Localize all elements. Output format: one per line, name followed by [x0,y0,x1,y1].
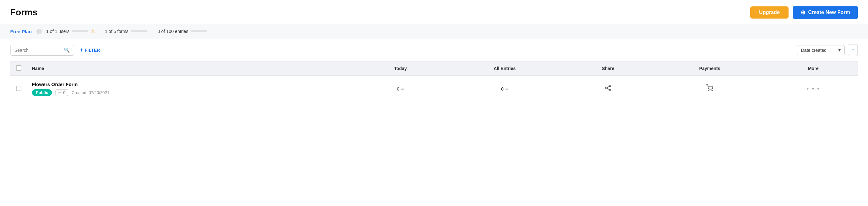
edit-count-badge: ✏ 0 [55,89,68,96]
users-stat: 1 of 1 users ⚠ [46,28,95,34]
filter-button[interactable]: + FILTER [80,47,100,53]
col-checkbox [10,61,27,76]
col-share: Share [565,61,651,76]
status-badge: Public [32,89,52,96]
plus-circle-icon: ⊕ [801,9,805,16]
row-today-cell: 0 ≡ [357,76,444,102]
today-count: 0 ≡ [362,86,439,92]
list-icon: ≡ [401,86,404,92]
toolbar: 🔍 + FILTER Date created Name Entries ▼ ↑ [0,39,868,61]
cart-icon[interactable] [706,86,713,93]
row-checkbox[interactable] [16,86,21,91]
col-payments: Payments [651,61,769,76]
forms-stat: 1 of 5 forms [105,29,148,34]
col-more: More [769,61,858,76]
col-today: Today [357,61,444,76]
search-input[interactable] [14,48,61,53]
create-new-form-button[interactable]: ⊕ Create New Form [793,6,858,19]
sort-select[interactable]: Date created Name Entries [797,45,845,55]
table-header-row: Name Today All Entries Share Payments Mo… [10,61,858,76]
search-box: 🔍 [10,45,74,56]
plan-name: Free Plan [10,29,32,34]
row-payments-cell[interactable] [651,76,769,102]
col-all-entries: All Entries [444,61,565,76]
row-entries-cell: 0 ≡ [444,76,565,102]
header-actions: Upgrade ⊕ Create New Form [750,6,858,19]
svg-point-6 [712,90,712,91]
info-icon[interactable]: i [36,29,42,34]
sort-asc-icon: ↑ [851,47,854,53]
forms-progress-bar [131,30,148,32]
row-share-cell[interactable] [565,76,651,102]
form-name[interactable]: Flowers Order Form [32,82,352,87]
sort-dropdown-wrapper: Date created Name Entries ▼ [797,45,845,55]
entries-stat: 0 of 100 entries [158,29,208,34]
entries-progress-bar [190,30,207,32]
created-date: Created: 07/20/2021 [71,90,110,95]
col-name: Name [27,61,357,76]
row-checkbox-cell [10,76,27,102]
warning-icon: ⚠ [91,28,95,34]
row-more-cell[interactable]: • • • [769,76,858,102]
more-dots-icon[interactable]: • • • [806,85,820,92]
users-progress-bar [72,30,88,32]
page-header: Forms Upgrade ⊕ Create New Form [0,0,868,24]
plus-icon: + [80,47,83,53]
upgrade-button[interactable]: Upgrade [750,6,789,19]
svg-line-4 [607,86,609,88]
svg-point-5 [708,90,709,91]
pencil-icon: ✏ [58,90,62,95]
plan-bar: Free Plan i 1 of 1 users ⚠ 1 of 5 forms … [0,24,868,39]
page-title: Forms [10,7,38,18]
table-wrapper: Name Today All Entries Share Payments Mo… [0,61,868,112]
select-all-checkbox[interactable] [16,65,21,71]
form-meta: Public ✏ 0 Created: 07/20/2021 [32,89,352,96]
toolbar-right: Date created Name Entries ▼ ↑ [797,44,858,56]
search-icon: 🔍 [64,47,70,53]
sort-asc-button[interactable]: ↑ [848,44,858,56]
row-name-cell: Flowers Order Form Public ✏ 0 Created: 0… [27,76,357,102]
forms-table: Name Today All Entries Share Payments Mo… [10,61,858,102]
share-icon[interactable] [605,86,612,93]
table-row: Flowers Order Form Public ✏ 0 Created: 0… [10,76,858,102]
svg-line-3 [607,88,609,89]
list-entries-icon: ≡ [505,86,508,92]
toolbar-left: 🔍 + FILTER [10,45,100,56]
entries-count: 0 ≡ [449,86,560,92]
